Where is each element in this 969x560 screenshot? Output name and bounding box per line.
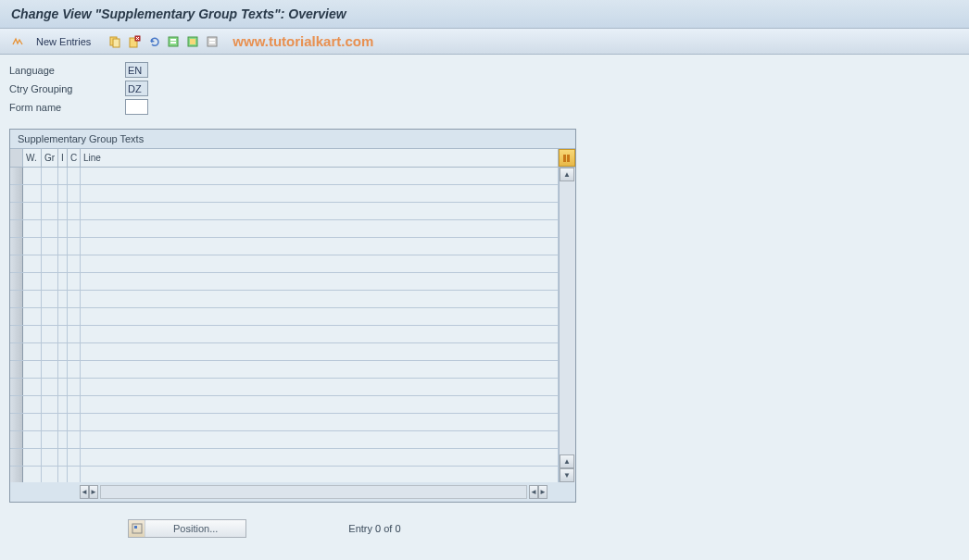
- cell-w[interactable]: [23, 238, 42, 255]
- cell-i[interactable]: [58, 361, 68, 378]
- cell-gr[interactable]: [42, 255, 58, 272]
- cell-w[interactable]: [23, 168, 42, 184]
- cell-w[interactable]: [23, 255, 42, 272]
- cell-c[interactable]: [68, 220, 81, 237]
- cell-i[interactable]: [58, 467, 68, 482]
- cell-i[interactable]: [58, 273, 68, 290]
- cell-c[interactable]: [68, 255, 81, 272]
- cell-gr[interactable]: [42, 396, 58, 413]
- col-w[interactable]: W.: [23, 149, 42, 167]
- row-selector[interactable]: [10, 396, 23, 413]
- cell-line[interactable]: [81, 431, 559, 448]
- col-line[interactable]: Line: [81, 149, 559, 167]
- hscroll-left2-icon[interactable]: ◄: [529, 485, 538, 499]
- table-row[interactable]: [10, 308, 559, 326]
- table-row[interactable]: [10, 343, 559, 361]
- delete-icon[interactable]: [126, 33, 143, 50]
- table-row[interactable]: [10, 273, 559, 291]
- cell-w[interactable]: [23, 361, 42, 378]
- hscroll-left-icon[interactable]: ◄: [80, 485, 89, 499]
- table-config-icon[interactable]: [559, 149, 575, 167]
- table-row[interactable]: [10, 168, 559, 185]
- col-selector[interactable]: [10, 149, 23, 167]
- row-selector[interactable]: [10, 220, 23, 237]
- cell-line[interactable]: [81, 361, 559, 378]
- cell-i[interactable]: [58, 238, 68, 255]
- cell-i[interactable]: [58, 343, 68, 360]
- hscroll-right-icon[interactable]: ►: [89, 485, 98, 499]
- cell-w[interactable]: [23, 431, 42, 448]
- cell-line[interactable]: [81, 220, 559, 237]
- cell-i[interactable]: [58, 431, 68, 448]
- cell-w[interactable]: [23, 220, 42, 237]
- cell-w[interactable]: [23, 185, 42, 202]
- cell-line[interactable]: [81, 449, 559, 466]
- cell-gr[interactable]: [42, 203, 58, 219]
- cell-line[interactable]: [81, 467, 559, 482]
- select-all-icon[interactable]: [165, 33, 182, 50]
- cell-gr[interactable]: [42, 168, 58, 184]
- cell-c[interactable]: [68, 414, 81, 430]
- cell-gr[interactable]: [42, 185, 58, 202]
- table-row[interactable]: [10, 361, 559, 379]
- select-block-icon[interactable]: [184, 33, 201, 50]
- table-row[interactable]: [10, 467, 559, 482]
- cell-i[interactable]: [58, 220, 68, 237]
- cell-i[interactable]: [58, 255, 68, 272]
- cell-gr[interactable]: [42, 361, 58, 378]
- cell-i[interactable]: [58, 203, 68, 219]
- cell-w[interactable]: [23, 326, 42, 342]
- cell-gr[interactable]: [42, 449, 58, 466]
- cell-c[interactable]: [68, 396, 81, 413]
- cell-c[interactable]: [68, 203, 81, 219]
- row-selector[interactable]: [10, 431, 23, 448]
- table-row[interactable]: [10, 220, 559, 238]
- cell-line[interactable]: [81, 238, 559, 255]
- cell-gr[interactable]: [42, 291, 58, 307]
- cell-gr[interactable]: [42, 414, 58, 430]
- cell-c[interactable]: [68, 326, 81, 342]
- cell-c[interactable]: [68, 291, 81, 307]
- cell-w[interactable]: [23, 308, 42, 325]
- table-row[interactable]: [10, 326, 559, 343]
- cell-c[interactable]: [68, 273, 81, 290]
- table-row[interactable]: [10, 396, 559, 414]
- form-name-input[interactable]: [125, 99, 148, 115]
- table-row[interactable]: [10, 379, 559, 396]
- cell-i[interactable]: [58, 185, 68, 202]
- cell-gr[interactable]: [42, 273, 58, 290]
- cell-c[interactable]: [68, 185, 81, 202]
- cell-i[interactable]: [58, 379, 68, 395]
- cell-line[interactable]: [81, 308, 559, 325]
- row-selector[interactable]: [10, 273, 23, 290]
- table-row[interactable]: [10, 203, 559, 220]
- row-selector[interactable]: [10, 361, 23, 378]
- cell-c[interactable]: [68, 168, 81, 184]
- cell-line[interactable]: [81, 379, 559, 395]
- cell-gr[interactable]: [42, 343, 58, 360]
- cell-c[interactable]: [68, 467, 81, 482]
- row-selector[interactable]: [10, 291, 23, 307]
- cell-gr[interactable]: [42, 379, 58, 395]
- row-selector[interactable]: [10, 467, 23, 482]
- hscroll-track[interactable]: [100, 485, 527, 499]
- cell-w[interactable]: [23, 273, 42, 290]
- cell-w[interactable]: [23, 379, 42, 395]
- table-row[interactable]: [10, 449, 559, 467]
- cell-c[interactable]: [68, 343, 81, 360]
- cell-i[interactable]: [58, 308, 68, 325]
- cell-line[interactable]: [81, 414, 559, 430]
- table-row[interactable]: [10, 291, 559, 308]
- scroll-up-icon[interactable]: ▲: [560, 168, 574, 181]
- scroll-down-icon[interactable]: ▼: [560, 468, 574, 482]
- cell-gr[interactable]: [42, 308, 58, 325]
- cell-line[interactable]: [81, 203, 559, 219]
- col-c[interactable]: C: [68, 149, 81, 167]
- table-row[interactable]: [10, 431, 559, 449]
- cell-gr[interactable]: [42, 220, 58, 237]
- row-selector[interactable]: [10, 414, 23, 430]
- row-selector[interactable]: [10, 185, 23, 202]
- language-input[interactable]: [125, 62, 148, 78]
- col-gr[interactable]: Gr: [42, 149, 58, 167]
- cell-i[interactable]: [58, 291, 68, 307]
